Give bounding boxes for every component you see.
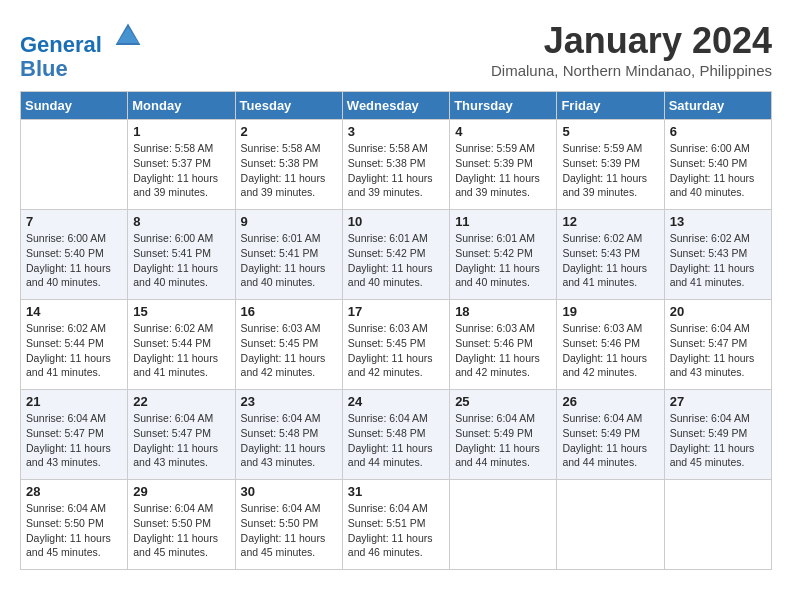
- day-info: Sunrise: 6:02 AMSunset: 5:44 PMDaylight:…: [26, 321, 122, 380]
- day-number: 18: [455, 304, 551, 319]
- day-number: 10: [348, 214, 444, 229]
- day-number: 9: [241, 214, 337, 229]
- day-info: Sunrise: 6:02 AMSunset: 5:43 PMDaylight:…: [670, 231, 766, 290]
- day-number: 29: [133, 484, 229, 499]
- day-cell: 30Sunrise: 6:04 AMSunset: 5:50 PMDayligh…: [235, 480, 342, 570]
- day-number: 7: [26, 214, 122, 229]
- day-cell: 6Sunrise: 6:00 AMSunset: 5:40 PMDaylight…: [664, 120, 771, 210]
- day-info: Sunrise: 6:00 AMSunset: 5:41 PMDaylight:…: [133, 231, 229, 290]
- day-info: Sunrise: 6:02 AMSunset: 5:44 PMDaylight:…: [133, 321, 229, 380]
- day-cell: 10Sunrise: 6:01 AMSunset: 5:42 PMDayligh…: [342, 210, 449, 300]
- day-info: Sunrise: 6:03 AMSunset: 5:46 PMDaylight:…: [562, 321, 658, 380]
- day-number: 11: [455, 214, 551, 229]
- calendar-header: SundayMondayTuesdayWednesdayThursdayFrid…: [21, 92, 772, 120]
- day-cell: [557, 480, 664, 570]
- day-cell: 25Sunrise: 6:04 AMSunset: 5:49 PMDayligh…: [450, 390, 557, 480]
- calendar-body: 1Sunrise: 5:58 AMSunset: 5:37 PMDaylight…: [21, 120, 772, 570]
- page-header: General Blue January 2024 Dimaluna, Nort…: [20, 20, 772, 81]
- day-number: 23: [241, 394, 337, 409]
- day-cell: 26Sunrise: 6:04 AMSunset: 5:49 PMDayligh…: [557, 390, 664, 480]
- day-cell: 3Sunrise: 5:58 AMSunset: 5:38 PMDaylight…: [342, 120, 449, 210]
- day-cell: [664, 480, 771, 570]
- day-number: 6: [670, 124, 766, 139]
- day-number: 26: [562, 394, 658, 409]
- day-cell: 27Sunrise: 6:04 AMSunset: 5:49 PMDayligh…: [664, 390, 771, 480]
- day-number: 16: [241, 304, 337, 319]
- day-cell: 16Sunrise: 6:03 AMSunset: 5:45 PMDayligh…: [235, 300, 342, 390]
- day-info: Sunrise: 6:00 AMSunset: 5:40 PMDaylight:…: [26, 231, 122, 290]
- day-info: Sunrise: 6:03 AMSunset: 5:46 PMDaylight:…: [455, 321, 551, 380]
- day-number: 24: [348, 394, 444, 409]
- day-info: Sunrise: 6:04 AMSunset: 5:48 PMDaylight:…: [348, 411, 444, 470]
- day-info: Sunrise: 5:59 AMSunset: 5:39 PMDaylight:…: [455, 141, 551, 200]
- col-header-tuesday: Tuesday: [235, 92, 342, 120]
- logo-text: General: [20, 20, 144, 57]
- day-number: 28: [26, 484, 122, 499]
- day-cell: 24Sunrise: 6:04 AMSunset: 5:48 PMDayligh…: [342, 390, 449, 480]
- day-number: 30: [241, 484, 337, 499]
- col-header-thursday: Thursday: [450, 92, 557, 120]
- day-number: 4: [455, 124, 551, 139]
- day-number: 14: [26, 304, 122, 319]
- day-info: Sunrise: 6:01 AMSunset: 5:42 PMDaylight:…: [455, 231, 551, 290]
- col-header-sunday: Sunday: [21, 92, 128, 120]
- col-header-wednesday: Wednesday: [342, 92, 449, 120]
- day-cell: 19Sunrise: 6:03 AMSunset: 5:46 PMDayligh…: [557, 300, 664, 390]
- day-cell: 1Sunrise: 5:58 AMSunset: 5:37 PMDaylight…: [128, 120, 235, 210]
- week-row-1: 1Sunrise: 5:58 AMSunset: 5:37 PMDaylight…: [21, 120, 772, 210]
- day-cell: 15Sunrise: 6:02 AMSunset: 5:44 PMDayligh…: [128, 300, 235, 390]
- week-row-5: 28Sunrise: 6:04 AMSunset: 5:50 PMDayligh…: [21, 480, 772, 570]
- day-number: 20: [670, 304, 766, 319]
- day-info: Sunrise: 6:03 AMSunset: 5:45 PMDaylight:…: [241, 321, 337, 380]
- day-number: 5: [562, 124, 658, 139]
- day-number: 3: [348, 124, 444, 139]
- logo-general: General: [20, 32, 102, 57]
- day-cell: 9Sunrise: 6:01 AMSunset: 5:41 PMDaylight…: [235, 210, 342, 300]
- day-cell: 12Sunrise: 6:02 AMSunset: 5:43 PMDayligh…: [557, 210, 664, 300]
- day-cell: 31Sunrise: 6:04 AMSunset: 5:51 PMDayligh…: [342, 480, 449, 570]
- day-number: 1: [133, 124, 229, 139]
- day-cell: [21, 120, 128, 210]
- week-row-3: 14Sunrise: 6:02 AMSunset: 5:44 PMDayligh…: [21, 300, 772, 390]
- day-cell: 5Sunrise: 5:59 AMSunset: 5:39 PMDaylight…: [557, 120, 664, 210]
- day-cell: 14Sunrise: 6:02 AMSunset: 5:44 PMDayligh…: [21, 300, 128, 390]
- logo-blue: Blue: [20, 57, 144, 81]
- day-number: 13: [670, 214, 766, 229]
- logo-icon: [112, 20, 144, 52]
- day-cell: 20Sunrise: 6:04 AMSunset: 5:47 PMDayligh…: [664, 300, 771, 390]
- day-info: Sunrise: 5:58 AMSunset: 5:37 PMDaylight:…: [133, 141, 229, 200]
- day-cell: 7Sunrise: 6:00 AMSunset: 5:40 PMDaylight…: [21, 210, 128, 300]
- day-cell: 21Sunrise: 6:04 AMSunset: 5:47 PMDayligh…: [21, 390, 128, 480]
- col-header-monday: Monday: [128, 92, 235, 120]
- day-cell: 2Sunrise: 5:58 AMSunset: 5:38 PMDaylight…: [235, 120, 342, 210]
- title-block: January 2024 Dimaluna, Northern Mindanao…: [491, 20, 772, 79]
- day-number: 17: [348, 304, 444, 319]
- day-number: 31: [348, 484, 444, 499]
- day-info: Sunrise: 6:04 AMSunset: 5:50 PMDaylight:…: [26, 501, 122, 560]
- header-row: SundayMondayTuesdayWednesdayThursdayFrid…: [21, 92, 772, 120]
- month-title: January 2024: [491, 20, 772, 62]
- week-row-2: 7Sunrise: 6:00 AMSunset: 5:40 PMDaylight…: [21, 210, 772, 300]
- day-info: Sunrise: 6:04 AMSunset: 5:49 PMDaylight:…: [455, 411, 551, 470]
- day-info: Sunrise: 6:04 AMSunset: 5:47 PMDaylight:…: [133, 411, 229, 470]
- day-cell: 11Sunrise: 6:01 AMSunset: 5:42 PMDayligh…: [450, 210, 557, 300]
- day-info: Sunrise: 6:04 AMSunset: 5:47 PMDaylight:…: [26, 411, 122, 470]
- day-number: 8: [133, 214, 229, 229]
- day-number: 2: [241, 124, 337, 139]
- day-info: Sunrise: 6:04 AMSunset: 5:48 PMDaylight:…: [241, 411, 337, 470]
- day-info: Sunrise: 6:02 AMSunset: 5:43 PMDaylight:…: [562, 231, 658, 290]
- calendar-table: SundayMondayTuesdayWednesdayThursdayFrid…: [20, 91, 772, 570]
- day-info: Sunrise: 6:04 AMSunset: 5:49 PMDaylight:…: [670, 411, 766, 470]
- day-number: 15: [133, 304, 229, 319]
- day-cell: 22Sunrise: 6:04 AMSunset: 5:47 PMDayligh…: [128, 390, 235, 480]
- day-cell: 28Sunrise: 6:04 AMSunset: 5:50 PMDayligh…: [21, 480, 128, 570]
- day-info: Sunrise: 6:04 AMSunset: 5:49 PMDaylight:…: [562, 411, 658, 470]
- day-number: 27: [670, 394, 766, 409]
- day-info: Sunrise: 6:01 AMSunset: 5:42 PMDaylight:…: [348, 231, 444, 290]
- day-cell: 8Sunrise: 6:00 AMSunset: 5:41 PMDaylight…: [128, 210, 235, 300]
- day-cell: 13Sunrise: 6:02 AMSunset: 5:43 PMDayligh…: [664, 210, 771, 300]
- col-header-friday: Friday: [557, 92, 664, 120]
- day-cell: [450, 480, 557, 570]
- day-number: 12: [562, 214, 658, 229]
- day-info: Sunrise: 6:01 AMSunset: 5:41 PMDaylight:…: [241, 231, 337, 290]
